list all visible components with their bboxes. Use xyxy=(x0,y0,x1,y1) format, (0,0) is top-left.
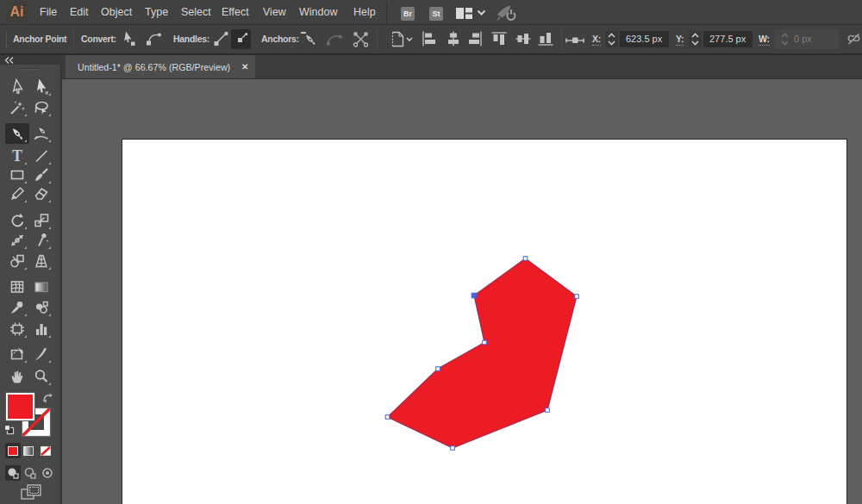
svg-text:T: T xyxy=(12,147,22,165)
